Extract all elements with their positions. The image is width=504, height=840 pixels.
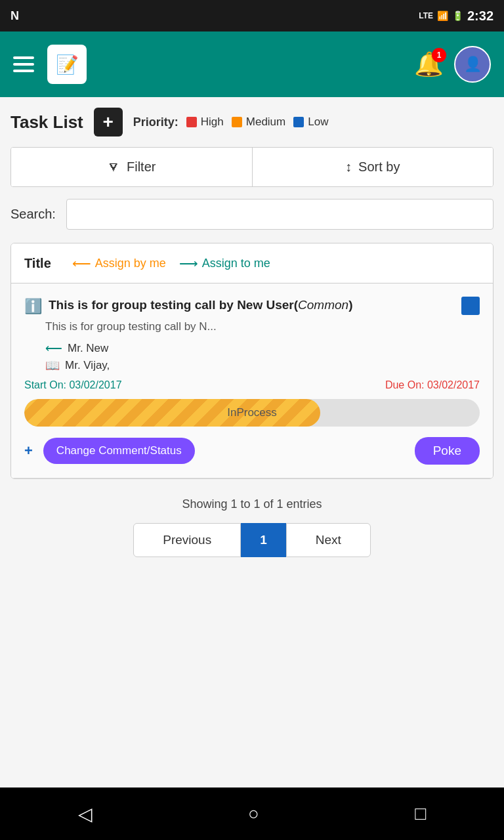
low-label: Low xyxy=(308,116,328,129)
info-icon: ℹ️ xyxy=(24,298,42,315)
logo-icon: 📝 xyxy=(56,54,79,75)
current-page[interactable]: 1 xyxy=(241,523,286,557)
assign-by-me-button[interactable]: ⟵ Assign by me xyxy=(72,255,166,271)
sort-button[interactable]: ↕ Sort by xyxy=(253,148,494,186)
lte-indicator: LTE xyxy=(419,11,433,20)
progress-container: InProcess xyxy=(24,399,480,427)
navbar: 📝 🔔 1 👤 xyxy=(0,32,504,97)
pagination-controls: Previous 1 Next xyxy=(10,523,494,557)
hamburger-menu[interactable] xyxy=(13,56,34,72)
bottom-nav: ◁ ○ □ xyxy=(0,788,504,840)
recents-button[interactable]: □ xyxy=(415,803,426,824)
app-logo: 📝 xyxy=(47,45,87,84)
priority-indicator xyxy=(461,297,480,315)
avatar-image: 👤 xyxy=(464,56,482,73)
assign-by-me-arrow: ⟵ xyxy=(72,255,91,271)
high-label: High xyxy=(201,116,224,129)
assigned-from-arrow: ⟵ xyxy=(45,341,62,356)
assigned-to-row: 📖 Mr. Vijay, xyxy=(45,358,480,373)
home-button[interactable]: ○ xyxy=(248,803,259,824)
clock: 2:32 xyxy=(467,9,494,24)
assigned-to-name: Mr. Vijay, xyxy=(65,359,110,372)
action-row: + Change Comment/Status Poke xyxy=(24,437,480,465)
previous-button[interactable]: Previous xyxy=(133,523,241,557)
task-list-header: Task List + Priority: High Medium Low xyxy=(10,108,494,136)
filter-label: Filter xyxy=(127,159,156,175)
add-task-button[interactable]: + xyxy=(94,108,123,136)
filter-button[interactable]: ⛛ Filter xyxy=(11,148,253,186)
back-button[interactable]: ◁ xyxy=(78,803,93,825)
assigned-from-name: Mr. New xyxy=(68,342,108,355)
medium-label: Medium xyxy=(246,116,285,129)
priority-legend: Priority: High Medium Low xyxy=(133,116,329,129)
assigned-from-row: ⟵ Mr. New xyxy=(45,341,480,356)
priority-low: Low xyxy=(293,116,328,129)
assigned-to-icon: 📖 xyxy=(45,358,60,373)
sort-label: Sort by xyxy=(358,159,400,175)
signal-icon: 📶 xyxy=(437,10,448,21)
assign-to-me-arrow: ⟶ xyxy=(179,255,198,271)
assign-to-me-label: Assign to me xyxy=(202,257,270,270)
next-button[interactable]: Next xyxy=(286,523,371,557)
pagination-section: Showing 1 to 1 of 1 entries Previous 1 N… xyxy=(10,479,494,564)
progress-track: InProcess xyxy=(24,399,480,427)
start-date: Start On: 03/02/2017 xyxy=(24,379,122,391)
table-row: ℹ️ This is for group testing call by New… xyxy=(11,284,493,478)
due-date: Due On: 03/02/2017 xyxy=(385,379,480,391)
search-label: Search: xyxy=(10,207,56,222)
network-logo: N xyxy=(10,9,19,23)
filter-sort-bar: ⛛ Filter ↕ Sort by xyxy=(10,147,494,187)
search-input[interactable] xyxy=(66,199,494,230)
task-table: Title ⟵ Assign by me ⟶ Assign to me ℹ️ T… xyxy=(10,243,494,479)
dates-row: Start On: 03/02/2017 Due On: 03/02/2017 xyxy=(24,379,480,391)
assign-to-me-button[interactable]: ⟶ Assign to me xyxy=(179,255,270,271)
showing-text: Showing 1 to 1 of 1 entries xyxy=(10,497,494,511)
change-comment-label: Change Comment/Status xyxy=(56,444,182,457)
priority-medium: Medium xyxy=(232,116,285,129)
task-description: This is for group testing call by N... xyxy=(45,320,480,333)
task-title: This is for group testing call by New Us… xyxy=(49,297,352,314)
high-dot xyxy=(186,117,197,127)
change-comment-button[interactable]: Change Comment/Status xyxy=(43,438,195,464)
assign-by-me-label: Assign by me xyxy=(95,257,166,270)
priority-high: High xyxy=(186,116,224,129)
avatar[interactable]: 👤 xyxy=(454,46,491,83)
title-column-header: Title xyxy=(24,256,51,271)
notification-bell[interactable]: 🔔 1 xyxy=(414,51,444,78)
notification-badge: 1 xyxy=(432,48,446,62)
battery-icon: 🔋 xyxy=(452,10,463,21)
search-row: Search: xyxy=(10,199,494,230)
low-dot xyxy=(293,117,304,127)
medium-dot xyxy=(232,117,242,127)
poke-button[interactable]: Poke xyxy=(415,437,480,465)
table-header: Title ⟵ Assign by me ⟶ Assign to me xyxy=(11,243,493,284)
main-content: Task List + Priority: High Medium Low ⛛ … xyxy=(0,97,504,788)
status-bar: N LTE 📶 🔋 2:32 xyxy=(0,0,504,32)
progress-label: InProcess xyxy=(227,406,277,419)
page-title: Task List xyxy=(10,112,83,133)
sort-icon: ↕ xyxy=(345,159,352,175)
filter-icon: ⛛ xyxy=(107,159,120,175)
priority-label: Priority: xyxy=(133,116,178,129)
add-comment-icon: + xyxy=(24,442,33,459)
